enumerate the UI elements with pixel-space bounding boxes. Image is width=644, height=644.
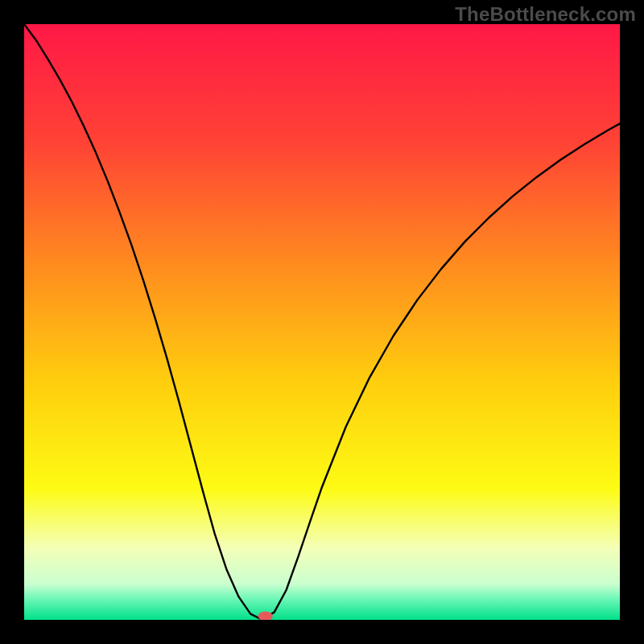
chart-frame: TheBottleneck.com <box>0 0 644 644</box>
bottleneck-chart <box>24 24 620 620</box>
plot-background <box>24 24 620 620</box>
watermark-text: TheBottleneck.com <box>455 3 636 26</box>
